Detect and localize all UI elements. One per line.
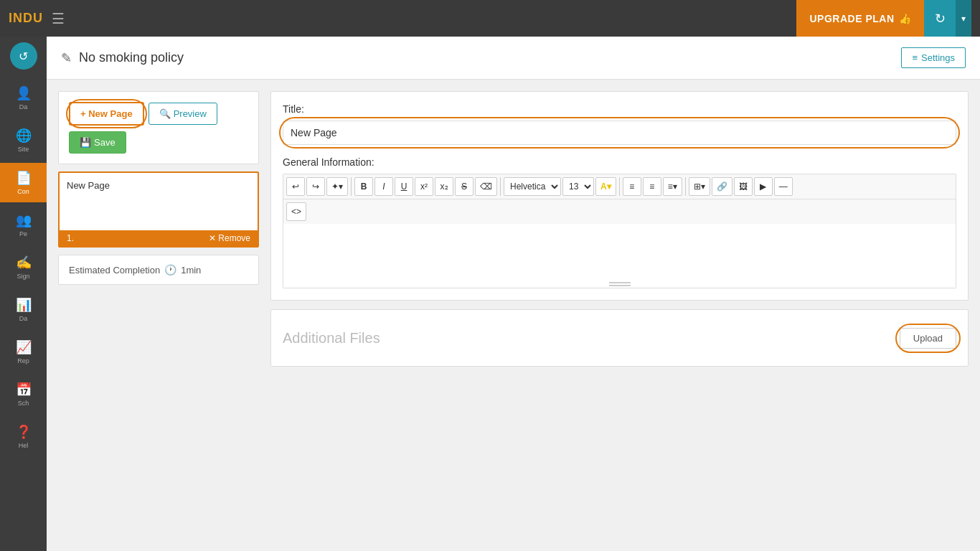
people-icon: 👥 [16,212,32,228]
sidebar-item-schedule[interactable]: 📅 Sch [0,375,47,414]
preview-button[interactable]: 🔍 Preview [149,103,217,125]
strikethrough-button[interactable]: S [455,177,473,196]
divider4 [685,177,686,196]
content-area: ✎ No smoking policy ≡ Settings + New Pag… [47,37,980,551]
editor-toolbar-row2: <> [283,199,956,224]
general-info-label: General Information: [283,156,956,168]
superscript-button[interactable]: x² [415,177,433,196]
format-button[interactable]: ✦▾ [326,177,348,196]
app-logo: INDU [9,11,43,26]
font-color-button[interactable]: A▾ [595,177,616,196]
sidebar-item-label: Da [19,315,28,322]
editor-content-area[interactable] [283,224,956,288]
upload-label: Upload [913,333,943,344]
sidebar-item-label: Sch [18,400,29,407]
sidebar-item-reports[interactable]: 📈 Rep [0,332,47,372]
settings-icon: ≡ [912,52,918,63]
save-label: Save [94,137,116,148]
video-button[interactable]: ▶ [754,177,773,196]
topbar-right: UPGRADE PLAN 👍 ↻ ▾ [796,0,971,37]
save-button[interactable]: 💾 Save [69,131,126,154]
remove-x-icon: ✕ [209,233,216,243]
edit-icon: ✎ [61,50,72,66]
underline-button[interactable]: U [395,177,413,196]
sidebar-item-label: Pe [19,230,27,237]
divider3 [619,177,620,196]
data-icon: 📊 [16,297,32,313]
undo-button[interactable]: ↩ [286,177,305,196]
avatar[interactable]: ↺ [10,42,37,70]
est-completion-time: 1min [181,265,201,276]
clock-icon: 🕐 [164,264,176,276]
resize-handle[interactable] [609,282,631,286]
redo-button[interactable]: ↪ [306,177,325,196]
font-size-select[interactable]: 13 [562,177,594,196]
main-layout: ↺ 👤 Da 🌐 Site 📄 Con 👥 Pe ✍ Sign 📊 Da 📈 R… [0,37,980,551]
sidebar-item-sign[interactable]: ✍ Sign [0,248,47,287]
document-icon: 📄 [16,170,32,186]
buttons-card: + New Page 🔍 Preview 💾 Save [58,91,259,164]
code-button[interactable]: <> [286,202,306,221]
title-input-wrapper [283,121,956,145]
bold-button[interactable]: B [354,177,373,196]
page-item-body[interactable]: New Page [60,173,258,230]
eraser-button[interactable]: ⌫ [475,177,497,196]
divider2 [500,177,501,196]
link-button[interactable]: 🔗 [712,177,732,196]
topbar: INDU ☰ UPGRADE PLAN 👍 ↻ ▾ [0,0,980,37]
sidebar-item-content[interactable]: 📄 Con [0,163,47,202]
sidebar-item-label: Site [18,146,29,153]
upgrade-thumb-icon: 👍 [899,13,912,24]
refresh-button[interactable]: ↻ [924,0,956,37]
page-list-item: New Page 1. ✕ Remove [58,171,259,248]
new-page-button[interactable]: + New Page [69,102,144,126]
sidebar-item-help[interactable]: ❓ Hel [0,417,47,456]
remove-label: Remove [218,233,250,243]
italic-button[interactable]: I [374,177,393,196]
page-item-number: 1. [67,233,74,243]
horizontal-line-button[interactable]: — [774,177,793,196]
menu-icon[interactable]: ☰ [52,10,65,27]
account-dropdown-button[interactable]: ▾ [956,0,971,37]
dashboard-icon: 👤 [16,85,32,101]
page-item-title: New Page [67,180,110,191]
topbar-left: INDU ☰ [9,10,65,27]
ordered-list-button[interactable]: ≡ [643,177,661,196]
preview-label: Preview [174,108,207,119]
page-header: ✎ No smoking policy ≡ Settings [47,37,980,80]
upgrade-plan-button[interactable]: UPGRADE PLAN 👍 [796,0,924,37]
sidebar-item-data[interactable]: 📊 Da [0,290,47,329]
sign-icon: ✍ [16,255,32,270]
additional-files-label: Additional Files [283,330,380,347]
align-button[interactable]: ≡▾ [663,177,682,196]
button-row: + New Page 🔍 Preview [69,102,248,126]
sidebar-item-label: Con [17,188,29,195]
schedule-icon: 📅 [16,382,32,397]
editor-toolbar: ↩ ↪ ✦▾ B I U x² x₂ S ⌫ Helvetica [283,174,956,199]
remove-button[interactable]: ✕ Remove [209,233,250,243]
help-icon: ❓ [16,424,32,440]
editor-card: Title: General Information: ↩ ↪ ✦▾ B I [270,91,969,301]
table-button[interactable]: ⊞▾ [689,177,710,196]
font-family-select[interactable]: Helvetica [504,177,561,196]
sidebar-item-dashboard[interactable]: 👤 Da [0,78,47,118]
right-panel: Title: General Information: ↩ ↪ ✦▾ B I [270,91,969,540]
upload-button[interactable]: Upload [900,328,956,349]
estimated-completion: Estimated Completion 🕐 1min [58,255,259,285]
refresh-icon: ↻ [935,11,946,27]
subscript-button[interactable]: x₂ [435,177,453,196]
bullet-list-button[interactable]: ≡ [623,177,641,196]
page-header-left: ✎ No smoking policy [61,50,184,66]
sidebar-item-sites[interactable]: 🌐 Site [0,121,47,160]
title-input[interactable] [283,121,956,145]
image-button[interactable]: 🖼 [734,177,753,196]
save-icon: 💾 [80,137,91,148]
settings-label: Settings [921,52,955,63]
left-panel: + New Page 🔍 Preview 💾 Save [58,91,259,540]
sidebar-item-label: Rep [17,357,29,364]
upgrade-label: UPGRADE PLAN [809,13,894,24]
body-panels: + New Page 🔍 Preview 💾 Save [47,80,980,551]
est-completion-label: Estimated Completion [69,265,160,276]
settings-button[interactable]: ≡ Settings [901,47,966,68]
sidebar-item-people[interactable]: 👥 Pe [0,205,47,245]
